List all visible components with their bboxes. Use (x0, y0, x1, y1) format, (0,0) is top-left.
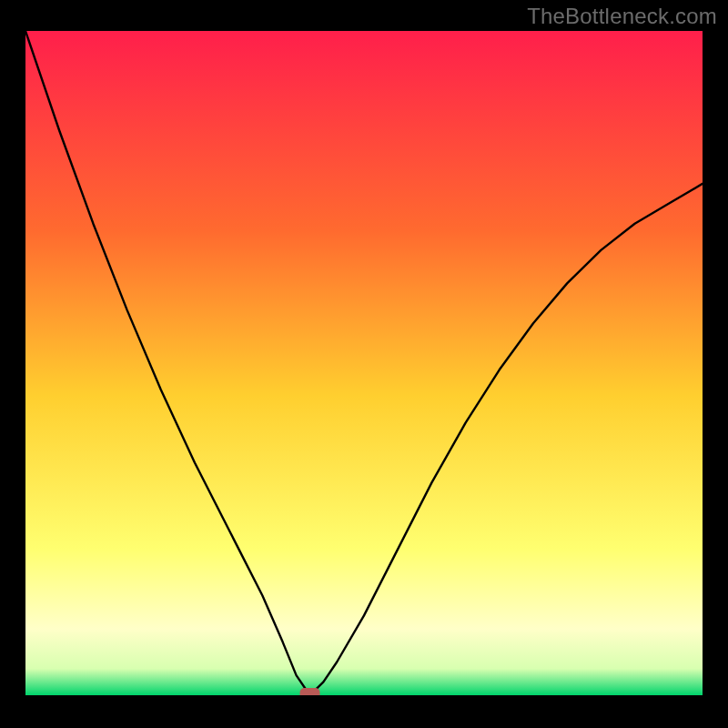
minimum-marker (300, 688, 320, 695)
gradient-background (25, 31, 703, 695)
watermark-label: TheBottleneck.com (527, 4, 717, 29)
chart-frame: TheBottleneck.com (0, 0, 728, 728)
chart-svg (25, 31, 703, 695)
chart-plot-area (25, 31, 703, 695)
